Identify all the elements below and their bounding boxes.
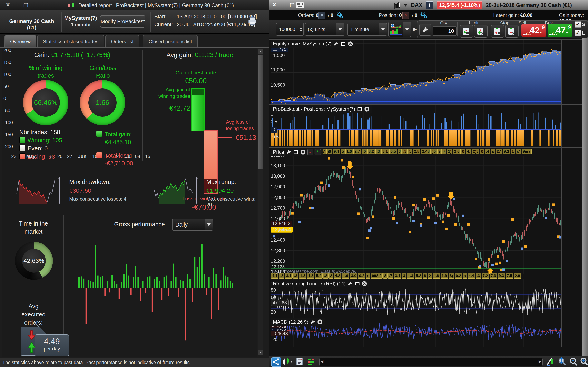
sell-marker-icon[interactable] — [307, 149, 313, 155]
close-icon[interactable] — [348, 41, 353, 47]
title-date-instrument: 20-Jul-2018 Germany 30 Cash (€1) — [486, 2, 572, 8]
winning-count: Winning: 105 — [27, 137, 62, 144]
gross-y-axis: 200150100500-50-100-150-200 — [2, 48, 18, 154]
position-settings-icon[interactable] — [420, 12, 427, 19]
spinner-up-icon[interactable] — [300, 27, 302, 29]
expand-icon[interactable]: ▶ — [413, 26, 417, 32]
quantity-spinner[interactable]: 100000 — [276, 23, 304, 36]
qty-input[interactable]: 10 — [433, 26, 457, 36]
price-level-label: 12,133 — [272, 264, 285, 269]
time-in-market-value: 42.63% — [24, 257, 44, 264]
close-icon[interactable] — [364, 106, 370, 112]
wrench-icon[interactable] — [347, 281, 353, 286]
window-icon[interactable] — [341, 41, 346, 47]
keyboard-icon[interactable] — [295, 2, 304, 10]
gross-x-axis: 23May132027Jun101724Jul0815 — [2, 154, 162, 161]
report-scrollbar[interactable]: ▲ ▼ — [258, 49, 263, 355]
avg-gain-label: Avg gain: — [167, 51, 193, 58]
scroll-right-icon[interactable]: ▶ — [539, 359, 541, 364]
limit-checkbox[interactable]: ✓ — [575, 30, 581, 36]
minimize-icon[interactable]: – — [15, 2, 18, 8]
equity-curve-chart — [271, 40, 562, 104]
positions-panel-header[interactable]: ProBacktest - Positions: MySystem(7) — [271, 105, 372, 113]
wrench-icon[interactable] — [310, 319, 315, 325]
chart-h-scrollbar[interactable]: ◀ ▶ — [319, 358, 543, 366]
best-trade-label: Gain of best trade — [163, 70, 228, 76]
orders-settings-icon[interactable] — [337, 12, 343, 19]
total-gain-label: Total gain: — [105, 131, 132, 138]
scroll-down-button[interactable]: ▼ — [258, 350, 263, 355]
ratio-value: 1.66 — [96, 99, 109, 106]
equity-panel-header[interactable]: Equity curve: MySystem(7) — [271, 40, 355, 48]
instrument-symbol[interactable]: DAX — [411, 2, 423, 8]
wrench-icon[interactable] — [333, 41, 339, 47]
left-titlebar: ✕ – ▢ Detailed report | ProBacktest | My… — [0, 0, 269, 10]
close-position-icon[interactable]: ✕ — [402, 12, 409, 19]
winning-value: 66.46% — [34, 99, 57, 106]
system-timeframe: 1 minute — [63, 22, 98, 27]
gain-value: €1,775.10 (+17.75%) — [51, 51, 110, 58]
price-panel-header[interactable]: Price — [271, 148, 323, 156]
qty-header: Qty — [432, 20, 455, 26]
tab-orders-list[interactable]: Orders list — [105, 35, 139, 48]
backtest-edit-button[interactable] — [546, 357, 555, 367]
avg-gain-value: €11.23 / trade — [195, 51, 233, 58]
winning-donut: 66.46% — [23, 80, 68, 125]
timeframe-dropdown[interactable]: 1 minute — [347, 23, 387, 36]
stop-sell-order-button[interactable] — [505, 25, 519, 38]
instrument-dropdown-icon[interactable] — [404, 4, 407, 7]
print-icon[interactable] — [247, 16, 257, 27]
rsi-panel-header[interactable]: Relative strength index (RSI) (14) — [271, 280, 369, 287]
close-icon[interactable] — [300, 150, 306, 155]
avg-win-value: €42.72 — [153, 104, 190, 112]
wrench-icon[interactable] — [286, 150, 291, 155]
scroll-thumb[interactable] — [258, 55, 263, 169]
spinner-down-icon[interactable] — [300, 30, 302, 31]
tab-overview[interactable]: Overview — [4, 35, 36, 48]
window-icon[interactable] — [293, 150, 298, 155]
minimize-icon[interactable]: – — [282, 2, 285, 8]
close-icon[interactable]: ✕ — [272, 2, 277, 8]
chart-type-icon — [390, 23, 402, 35]
limit-sell-order-button[interactable] — [474, 25, 488, 38]
zoom-fit-button[interactable] — [557, 357, 567, 367]
total-loss-value: -€2,710.00 — [105, 159, 133, 167]
cancel-orders-icon[interactable]: ✕ — [319, 12, 325, 19]
scroll-left-icon[interactable]: ◀ — [320, 359, 323, 364]
maximize-icon[interactable]: ▢ — [23, 2, 28, 8]
limit-buy-order-button[interactable] — [460, 25, 473, 38]
gross-period-dropdown[interactable]: Daily — [172, 218, 213, 231]
window-icon[interactable] — [355, 281, 360, 286]
units-dropdown[interactable]: (x) units — [305, 23, 344, 36]
modify-probacktest-button[interactable]: Modify ProBacktest — [100, 15, 145, 27]
stop-buy-order-button[interactable] — [491, 25, 504, 38]
status-bar: The statistics above relate to past data… — [0, 358, 269, 367]
macd-panel-header[interactable]: MACD (12 26 9) — [271, 318, 325, 326]
order-settings-button[interactable] — [419, 24, 431, 36]
close-icon[interactable] — [317, 319, 323, 325]
window-icon[interactable] — [357, 106, 362, 112]
drawing-tools-button[interactable] — [271, 358, 281, 367]
max-runup-label: Max runup: — [207, 179, 236, 185]
price-chart[interactable] — [271, 156, 562, 274]
info-icon[interactable]: i — [426, 1, 433, 9]
tab-statistics[interactable]: Statistics of closed trades — [37, 35, 104, 48]
max-runup-thumbnail — [153, 175, 199, 206]
buy-button[interactable]: 12,5 47. 9 — [548, 24, 572, 37]
buy-marker-icon[interactable] — [315, 149, 321, 155]
chart-type-dropdown[interactable] — [388, 22, 411, 37]
close-icon[interactable] — [362, 281, 367, 286]
scroll-up-button[interactable]: ▲ — [258, 49, 263, 54]
zoom-in-button[interactable] — [579, 357, 588, 367]
maximize-icon[interactable]: ▢ — [290, 2, 295, 8]
chart-style-button[interactable] — [282, 358, 293, 366]
current-label: Current: — [154, 22, 177, 27]
stop-checkbox[interactable]: ✓ — [575, 21, 581, 28]
close-icon[interactable]: ✕ — [6, 2, 10, 8]
window-edge-strip — [582, 38, 588, 356]
orders-log-button[interactable] — [307, 358, 316, 367]
notes-button[interactable] — [295, 358, 304, 367]
current-time: 20-Jul-2018 22:59:00 — [177, 22, 225, 27]
tab-closed-positions[interactable]: Closed positions list — [143, 35, 198, 48]
zoom-out-button[interactable] — [569, 357, 578, 367]
